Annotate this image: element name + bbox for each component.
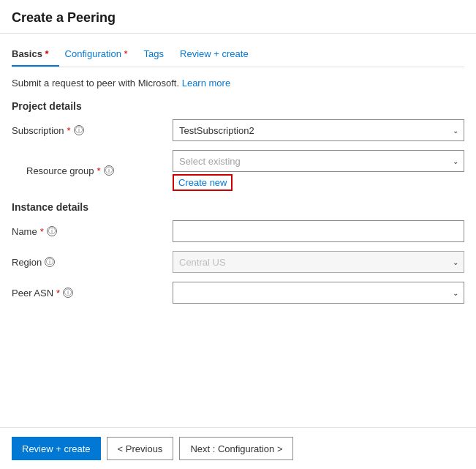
- region-label: Region ⓘ: [12, 257, 173, 268]
- tab-review-create[interactable]: Review + create: [180, 42, 259, 67]
- project-details-heading: Project details: [12, 100, 464, 112]
- region-control: Central US ⌄: [173, 251, 464, 273]
- peer-asn-label: Peer ASN * ⓘ: [12, 288, 173, 299]
- peer-asn-info-icon[interactable]: ⓘ: [63, 288, 73, 298]
- region-select: Central US: [173, 251, 464, 273]
- tab-configuration[interactable]: Configuration: [65, 42, 138, 67]
- instance-details-heading: Instance details: [12, 201, 464, 213]
- name-control: [173, 220, 464, 242]
- tab-basics[interactable]: Basics: [12, 42, 59, 67]
- instance-details-section: Instance details Name * ⓘ Region ⓘ Centr…: [12, 201, 464, 304]
- learn-more-link[interactable]: Learn more: [182, 78, 230, 89]
- footer: Review + create < Previous Next : Config…: [0, 427, 476, 469]
- subscription-required-star: *: [67, 125, 71, 136]
- subscription-info-icon[interactable]: ⓘ: [74, 125, 84, 135]
- resource-group-required-star: *: [97, 165, 101, 176]
- region-row: Region ⓘ Central US ⌄: [12, 251, 464, 273]
- resource-group-row: Resource group * ⓘ Select existing ⌄ Cre…: [12, 150, 464, 191]
- name-required-star: *: [40, 226, 44, 237]
- tabs: Basics Configuration Tags Review + creat…: [12, 34, 464, 67]
- peer-asn-required-star: *: [56, 288, 60, 299]
- peer-asn-select[interactable]: [173, 282, 464, 304]
- name-info-icon[interactable]: ⓘ: [47, 226, 57, 236]
- review-create-button[interactable]: Review + create: [12, 437, 101, 460]
- info-text: Submit a request to peer with Microsoft.…: [12, 78, 464, 89]
- subscription-control: TestSubscription2 ⌄: [173, 119, 464, 141]
- project-details-section: Project details Subscription * ⓘ TestSub…: [12, 100, 464, 191]
- content-area: Basics Configuration Tags Review + creat…: [0, 34, 476, 427]
- resource-group-select-wrap: Select existing ⌄: [173, 150, 464, 172]
- name-label: Name * ⓘ: [12, 226, 173, 237]
- create-new-button[interactable]: Create new: [173, 174, 233, 191]
- resource-group-label: Resource group * ⓘ: [12, 165, 173, 176]
- page-title: Create a Peering: [12, 10, 116, 25]
- previous-button[interactable]: < Previous: [107, 437, 174, 460]
- peer-asn-row: Peer ASN * ⓘ ⌄: [12, 282, 464, 304]
- subscription-label: Subscription * ⓘ: [12, 125, 173, 136]
- name-row: Name * ⓘ: [12, 220, 464, 242]
- resource-group-info-icon[interactable]: ⓘ: [104, 165, 114, 176]
- next-button[interactable]: Next : Configuration >: [179, 437, 293, 460]
- region-info-icon[interactable]: ⓘ: [45, 257, 55, 267]
- peer-asn-control: ⌄: [173, 282, 464, 304]
- subscription-select[interactable]: TestSubscription2: [173, 119, 464, 141]
- page-header: Create a Peering: [0, 0, 476, 34]
- resource-group-select[interactable]: Select existing: [173, 150, 464, 172]
- name-input[interactable]: [173, 220, 464, 242]
- tab-tags[interactable]: Tags: [144, 42, 174, 67]
- subscription-row: Subscription * ⓘ TestSubscription2 ⌄: [12, 119, 464, 141]
- resource-group-control: Select existing ⌄ Create new: [173, 150, 464, 191]
